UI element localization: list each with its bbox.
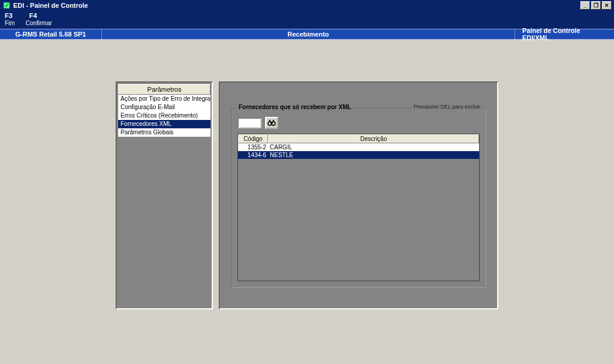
cell-codigo: 1434-6 [238,151,268,159]
titlebar: EDI - Painel de Controle _ ❐ ✕ [0,0,614,11]
sidebar-panel: Parâmetros Ações por Tipo de Erro de Int… [116,82,213,309]
svg-rect-5 [270,122,273,124]
header-center: Recebimento [102,29,515,39]
cell-descricao: CARGIL [268,143,479,151]
th-codigo[interactable]: Código [238,134,268,143]
table-body: 1355-2CARGIL1434-6NESTLE [238,143,479,159]
fornecedores-groupbox: Fornecedores que só recebem por XML Pres… [231,108,486,288]
svg-rect-4 [273,120,274,122]
menu-key-f3[interactable]: F3 [5,12,13,19]
table-row[interactable]: 1355-2CARGIL [238,143,479,151]
groupbox-hint: Pressione! DEL para excluir [412,104,482,110]
sidebar-item[interactable]: Fornecedores XML [118,120,210,128]
sidebar-item[interactable]: Ações por Tipo de Erro de Integração XML [118,95,210,103]
app-icon [2,1,11,10]
sidebar-list: Ações por Tipo de Erro de Integração XML… [118,95,210,137]
search-input[interactable] [237,118,261,128]
fornecedores-table: Código Descrição 1355-2CARGIL1434-6NESTL… [237,134,480,281]
binoculars-icon [267,119,276,127]
maximize-button[interactable]: ❐ [591,1,601,10]
menubar: F3 F4 Fim Confirmar [0,11,614,29]
main-panel: Fornecedores que só recebem por XML Pres… [219,82,498,309]
workspace: Parâmetros Ações por Tipo de Erro de Int… [0,40,614,319]
cell-codigo: 1355-2 [238,143,268,151]
header-strip: G-RMS Retail 5.68 SP1 Recebimento Painel… [0,29,614,40]
sidebar-item[interactable]: Erros Críticos (Recebimento) [118,112,210,120]
header-left: G-RMS Retail 5.68 SP1 [0,29,102,39]
svg-rect-3 [269,120,270,122]
th-descricao[interactable]: Descrição [268,134,479,143]
sidebar-title: Parâmetros [118,84,210,95]
menu-label-fim[interactable]: Fim [5,20,15,26]
header-right: Painel de Controle EDI/XML [515,29,614,39]
menu-key-f4[interactable]: F4 [29,12,37,19]
minimize-button[interactable]: _ [580,1,590,10]
sidebar-item[interactable]: Configuração E-Mail [118,103,210,112]
table-row[interactable]: 1434-6NESTLE [238,151,479,159]
sidebar-item[interactable]: Parâmetros Globais [118,128,210,137]
window-title: EDI - Painel de Controle [13,2,88,9]
close-button[interactable]: ✕ [602,1,612,10]
groupbox-legend: Fornecedores que só recebem por XML [236,104,354,110]
menu-label-confirmar[interactable]: Confirmar [26,20,52,26]
cell-descricao: NESTLE [268,151,479,159]
search-button[interactable] [265,117,278,129]
